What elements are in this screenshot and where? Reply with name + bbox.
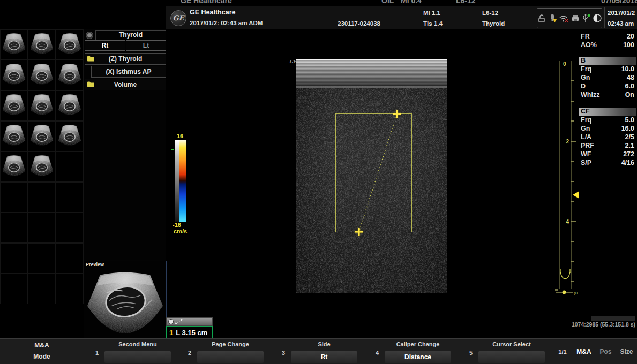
thumbnail[interactable]: [56, 121, 84, 151]
size-button[interactable]: Size: [616, 339, 637, 364]
menu-item-isthmus[interactable]: (X) Isthmus AP: [91, 66, 166, 78]
thumbnail[interactable]: [56, 29, 84, 60]
thumbnail-empty-cell: [28, 182, 56, 213]
softkey-label: Caliper Change: [385, 341, 451, 349]
ultrasound-screen: GE Healthcare OIL MI 0.4 L6-12 07/05/201…: [0, 0, 637, 364]
scale-unit-label: cm/s: [174, 228, 187, 234]
softkey-group-1: 1 Second Menu: [104, 341, 171, 363]
depth-label-4: 4: [566, 219, 569, 225]
thumbnail-empty-cell: [56, 243, 84, 274]
menu-item-volume[interactable]: Volume: [85, 79, 166, 90]
thumbnail[interactable]: [28, 90, 56, 121]
measure-dot-icon: [168, 319, 174, 324]
thumbnail-empty-cell: [0, 182, 28, 213]
wifi-off-icon: [559, 13, 568, 23]
divider: [572, 341, 572, 362]
thumbnail[interactable]: [56, 90, 84, 121]
depth-ruler: 0 2 4 (0: [555, 56, 580, 303]
preview-image: [85, 268, 165, 336]
thumbnail-empty-cell: [56, 213, 84, 243]
thumbnail[interactable]: [0, 121, 28, 151]
caliper-change-button[interactable]: Distance: [385, 351, 451, 363]
divider: [604, 7, 605, 28]
parameter-panel: FR20 AO%100 B Frq10.0 Gn48 D6.0 WhizzOn …: [579, 30, 636, 167]
softkey-label: Page Change: [197, 341, 264, 349]
softkey-label: Second Menu: [104, 341, 171, 349]
tab-right[interactable]: Rt: [85, 40, 125, 51]
ghost-mi: MI 0.4: [401, 0, 422, 5]
thumbnail[interactable]: [0, 90, 28, 121]
thumbnail-empty-cell: [56, 151, 84, 182]
thumbnail[interactable]: [0, 29, 28, 60]
ultrasound-image[interactable]: [296, 59, 447, 293]
measurement-header: [166, 317, 213, 326]
system-date: 2017/01/2: [608, 10, 634, 16]
measurement-line: [296, 59, 447, 293]
thumbnail-image: [57, 92, 83, 120]
second-menu-button[interactable]: [104, 351, 171, 363]
system-time: 02:43 am: [608, 20, 634, 27]
thumbnail-empty-cell: [56, 182, 84, 213]
preview-panel[interactable]: Preview: [84, 261, 167, 338]
thumbnail[interactable]: [56, 60, 84, 90]
menu-header: Thyroid: [84, 30, 166, 40]
folder-icon: [87, 81, 95, 88]
probe-warning-icon: [548, 13, 557, 23]
param-row: Frq10.0: [579, 65, 636, 73]
thumbnail[interactable]: [0, 60, 28, 90]
tab-left[interactable]: Lt: [126, 40, 166, 51]
thumbnail[interactable]: [28, 60, 56, 90]
scale-min-label: -16: [173, 222, 181, 228]
status-icon-panel: [537, 8, 602, 28]
tgc-curve-icon: [555, 269, 573, 294]
thumbnail[interactable]: [0, 151, 28, 182]
caliper-start-marker[interactable]: [393, 110, 401, 118]
ghost-brand: GE Healthcare: [181, 0, 232, 5]
softkey-number: 3: [282, 350, 285, 356]
param-row: WhizzOn: [579, 90, 636, 99]
softkey-group-5: 5 Cursor Select: [478, 341, 545, 363]
softkey-group-3: 3 Side Rt: [291, 341, 357, 363]
menu-item-thyroid[interactable]: (Z) Thyroid: [85, 53, 166, 65]
measurement-value-row: 1 L 3.15 cm: [166, 326, 213, 339]
thumbnail-empty-cell: [28, 213, 56, 243]
unlock-icon: [537, 13, 546, 23]
measurement-value: L 3.15 cm: [176, 329, 207, 337]
softkey-label: Side: [291, 341, 357, 349]
softkey-label: Cursor Select: [478, 341, 545, 349]
measurement-index: 1: [169, 329, 173, 337]
caliper-icon: [175, 319, 183, 324]
cursor-select-button[interactable]: [478, 351, 545, 363]
thumbnail-image: [1, 31, 27, 59]
menu-title: Thyroid: [95, 30, 166, 40]
mode-indicator: M&A Mode: [0, 339, 84, 364]
page-change-button[interactable]: [197, 351, 264, 363]
gray-marker-tick: [171, 149, 174, 150]
thumbnail[interactable]: [28, 151, 56, 182]
focus-marker[interactable]: [573, 191, 579, 199]
thumbnail-image: [1, 153, 27, 181]
radio-dot-icon[interactable]: [86, 32, 93, 39]
menu-page-indicator: 1/1: [553, 339, 572, 364]
thumbnail-empty-cell: [28, 243, 56, 274]
softkey-number: 4: [376, 350, 379, 356]
colorflow-bar: [179, 140, 186, 222]
measurement-result-box: 1 L 3.15 cm: [166, 317, 213, 339]
caliper-end-marker[interactable]: [355, 228, 363, 236]
thumbnail-empty-cell: [0, 243, 28, 274]
thumbnail[interactable]: [28, 29, 56, 60]
thumbnail[interactable]: [28, 121, 56, 151]
param-row: AO%100: [579, 41, 636, 49]
side-button[interactable]: Rt: [291, 351, 357, 363]
preset-label: Thyroid: [482, 20, 505, 27]
thumbnail-image: [29, 92, 55, 120]
exam-datetime: 2017/01/2: 02:43 am ADM: [190, 20, 263, 26]
ghost-probe: L6-12: [456, 0, 476, 5]
thumbnail-empty-cell: [0, 274, 28, 304]
thumbnail-empty-cell: [56, 274, 84, 304]
thumbnail-image: [57, 62, 83, 89]
ma-button[interactable]: M&A: [573, 339, 595, 364]
softkey-group-2: 2 Page Change: [197, 341, 264, 363]
param-row: Gn48: [579, 73, 636, 82]
pos-button[interactable]: Pos: [596, 339, 615, 364]
